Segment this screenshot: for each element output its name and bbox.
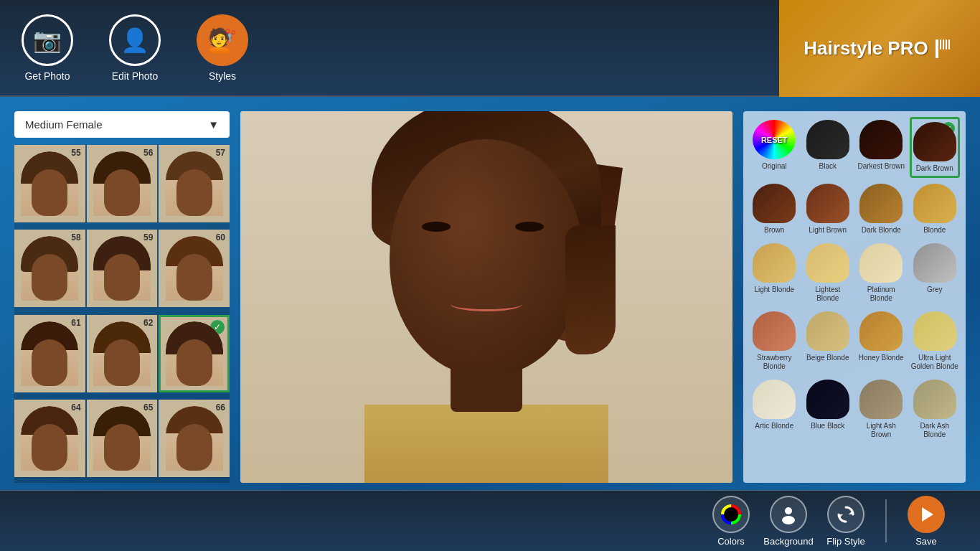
save-icon — [908, 496, 945, 533]
color-wheel-icon — [721, 504, 741, 524]
app-title: Hairstyle PRO — [804, 37, 928, 60]
get-photo-nav[interactable]: 📷 Get Photo — [22, 14, 73, 82]
style-item[interactable]: 65 — [87, 400, 158, 477]
color-light-ash-brown[interactable]: Light Ash Brown — [856, 377, 907, 442]
left-panel: Medium Female ▼ 55 56 57 — [14, 111, 230, 483]
play-arrow-icon — [916, 504, 936, 524]
hair-thumb — [93, 321, 151, 386]
color-label: Lightest Blonde — [804, 286, 852, 303]
color-swatch-strawberry-blonde — [753, 311, 796, 351]
refresh-icon — [836, 504, 856, 524]
color-label: Artic Blonde — [755, 422, 793, 430]
color-label: Dark Brown — [916, 164, 953, 173]
color-label: Honey Blonde — [859, 354, 904, 362]
color-platinum-blonde[interactable]: Platinum Blonde — [856, 240, 907, 306]
hair-thumb — [21, 236, 78, 301]
color-ultra-light-golden-blonde[interactable]: Ultra Light Golden Blonde — [910, 309, 961, 374]
reset-swatch: RESET — [753, 120, 796, 159]
style-item[interactable]: 58 — [14, 230, 85, 307]
style-item[interactable]: 61 — [14, 315, 85, 392]
color-lightest-blonde[interactable]: Lightest Blonde — [803, 240, 854, 306]
save-button[interactable]: Save — [901, 496, 951, 547]
background-label: Background — [763, 536, 813, 547]
color-artic-blonde[interactable]: Artic Blonde — [749, 377, 800, 442]
style-item[interactable]: 55 — [14, 145, 85, 222]
color-label: Grey — [927, 286, 943, 294]
color-black[interactable]: Black — [803, 117, 854, 178]
colors-icon — [712, 496, 750, 533]
color-swatch-platinum-blonde — [859, 243, 903, 283]
color-original[interactable]: RESET Original — [749, 117, 800, 178]
hair-thumb — [93, 151, 151, 216]
chevron-down-icon: ▼ — [208, 118, 219, 131]
flip-style-label: Flip Style — [826, 536, 864, 547]
style-item[interactable]: 66 — [159, 400, 230, 477]
color-dark-ash-blonde[interactable]: Dark Ash Blonde — [910, 377, 961, 442]
color-darkest-brown[interactable]: Darkest Brown — [856, 117, 907, 178]
color-swatch-grey — [913, 243, 956, 283]
svg-rect-3 — [946, 39, 947, 50]
colors-button[interactable]: Colors — [706, 496, 756, 547]
color-grey[interactable]: Grey — [910, 240, 961, 306]
color-label: Original — [762, 162, 786, 171]
color-label: Ultra Light Golden Blonde — [911, 354, 959, 371]
styles-nav[interactable]: 💇 Styles — [197, 14, 248, 82]
flip-style-icon — [827, 496, 864, 533]
color-label: Blonde — [923, 226, 946, 235]
style-item[interactable]: 60 — [159, 230, 230, 307]
style-item[interactable]: 56 — [87, 145, 158, 222]
preview-panel — [240, 111, 732, 483]
color-swatch-dark-blonde — [859, 184, 903, 223]
color-label: Brown — [764, 226, 784, 235]
color-label: Light Ash Brown — [857, 422, 905, 439]
logo-comb-icon — [934, 38, 956, 60]
hair-thumb — [21, 151, 78, 216]
logo-area: Hairstyle PRO — [779, 0, 980, 97]
style-item[interactable]: 62 — [87, 315, 158, 392]
svg-marker-11 — [922, 507, 933, 522]
style-item-selected[interactable]: ✓ — [159, 315, 230, 392]
color-blonde[interactable]: Blonde — [910, 181, 961, 237]
color-swatch-light-blonde — [753, 243, 796, 283]
hair-thumb — [21, 406, 78, 471]
camera-icon: 📷 — [22, 14, 73, 66]
color-strawberry-blonde[interactable]: Strawberry Blonde — [749, 309, 800, 374]
edit-photo-nav[interactable]: 👤 Edit Photo — [109, 14, 161, 82]
style-dropdown[interactable]: Medium Female ▼ — [14, 111, 230, 138]
color-brown[interactable]: Brown — [749, 181, 800, 237]
colors-panel: RESET Original Black Darkest Brown ✓ Dar… — [743, 111, 966, 483]
color-dark-blonde[interactable]: Dark Blonde — [856, 181, 907, 237]
background-icon — [770, 496, 807, 533]
bottom-bar: Colors Background Flip Style Sav — [0, 490, 980, 551]
color-label: Blue Black — [811, 422, 844, 430]
hair-thumb — [166, 236, 223, 301]
style-item[interactable]: 59 — [87, 230, 158, 307]
color-beige-blonde[interactable]: Beige Blonde — [803, 309, 854, 374]
styles-label: Styles — [209, 70, 236, 82]
color-label: Strawberry Blonde — [750, 354, 798, 371]
color-label: Darkest Brown — [857, 162, 905, 171]
color-dark-brown-selected[interactable]: ✓ Dark Brown — [910, 117, 961, 178]
color-swatch-artic-blonde — [753, 380, 796, 419]
color-label: Light Blonde — [754, 286, 794, 294]
color-blue-black[interactable]: Blue Black — [803, 377, 854, 442]
edit-photo-label: Edit Photo — [112, 70, 159, 82]
color-swatch-brown — [753, 184, 796, 223]
color-light-blonde[interactable]: Light Blonde — [749, 240, 800, 306]
hair-thumb — [93, 406, 151, 471]
hair-thumb — [166, 151, 223, 216]
style-item[interactable]: 64 — [14, 400, 85, 477]
background-button[interactable]: Background — [763, 496, 814, 547]
svg-point-7 — [785, 507, 792, 514]
color-swatch-lightest-blonde — [806, 243, 849, 283]
main-content: Medium Female ▼ 55 56 57 — [0, 97, 980, 490]
color-label: Light Brown — [809, 226, 847, 235]
style-item[interactable]: 57 — [159, 145, 230, 222]
color-swatch-light-brown — [806, 184, 849, 223]
flip-style-button[interactable]: Flip Style — [821, 496, 871, 547]
color-honey-blonde[interactable]: Honey Blonde — [856, 309, 907, 374]
hair-thumb — [166, 321, 223, 386]
svg-rect-0 — [936, 39, 938, 58]
color-swatch-ultra-light — [913, 311, 956, 351]
color-light-brown[interactable]: Light Brown — [803, 181, 854, 237]
